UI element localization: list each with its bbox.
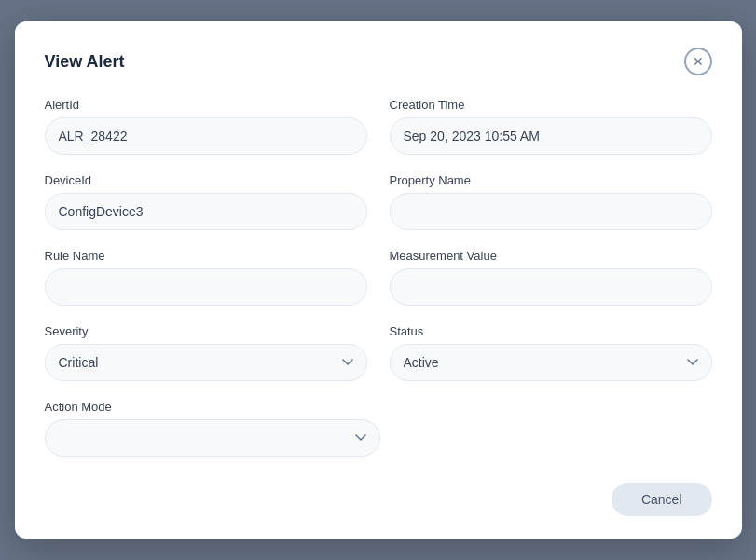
- severity-label: Severity: [45, 324, 367, 338]
- device-id-label: DeviceId: [45, 173, 367, 187]
- modal-header: View Alert ✕: [45, 48, 712, 75]
- row-severity-status: Severity Critical High Medium Low Status…: [45, 324, 712, 381]
- device-id-group: DeviceId: [45, 173, 367, 230]
- severity-group: Severity Critical High Medium Low: [45, 324, 367, 381]
- row-device-property: DeviceId Property Name: [45, 173, 712, 230]
- close-button[interactable]: ✕: [684, 48, 712, 75]
- row-alert-creation: AlertId Creation Time: [45, 98, 712, 155]
- view-alert-modal: View Alert ✕ AlertId Creation Time Devic…: [15, 21, 742, 539]
- creation-time-input[interactable]: [390, 117, 712, 155]
- row-action-mode: Action Mode Auto Manual: [45, 400, 712, 457]
- alert-id-group: AlertId: [45, 98, 367, 155]
- modal-footer: Cancel: [45, 483, 712, 516]
- alert-id-label: AlertId: [45, 98, 367, 112]
- property-name-label: Property Name: [390, 173, 712, 187]
- measurement-value-label: Measurement Value: [390, 249, 712, 263]
- device-id-input[interactable]: [45, 193, 367, 230]
- rule-name-label: Rule Name: [45, 249, 367, 263]
- action-mode-select[interactable]: Auto Manual: [45, 419, 380, 457]
- action-mode-group: Action Mode Auto Manual: [45, 400, 380, 457]
- creation-time-label: Creation Time: [390, 98, 712, 112]
- status-label: Status: [390, 324, 712, 338]
- row-rule-measurement: Rule Name Measurement Value: [45, 249, 712, 306]
- modal-overlay: View Alert ✕ AlertId Creation Time Devic…: [0, 0, 756, 560]
- close-icon: ✕: [693, 55, 704, 68]
- status-select[interactable]: Active Inactive Resolved: [390, 344, 712, 381]
- measurement-value-group: Measurement Value: [390, 249, 712, 306]
- status-group: Status Active Inactive Resolved: [390, 324, 712, 381]
- modal-title: View Alert: [45, 52, 125, 72]
- creation-time-group: Creation Time: [390, 98, 712, 155]
- measurement-value-input[interactable]: [390, 268, 712, 306]
- alert-id-input[interactable]: [45, 117, 367, 155]
- rule-name-group: Rule Name: [45, 249, 367, 306]
- property-name-input[interactable]: [390, 193, 712, 230]
- rule-name-input[interactable]: [45, 268, 367, 306]
- cancel-button[interactable]: Cancel: [612, 483, 712, 516]
- severity-select[interactable]: Critical High Medium Low: [45, 344, 367, 381]
- property-name-group: Property Name: [390, 173, 712, 230]
- action-mode-label: Action Mode: [45, 400, 380, 414]
